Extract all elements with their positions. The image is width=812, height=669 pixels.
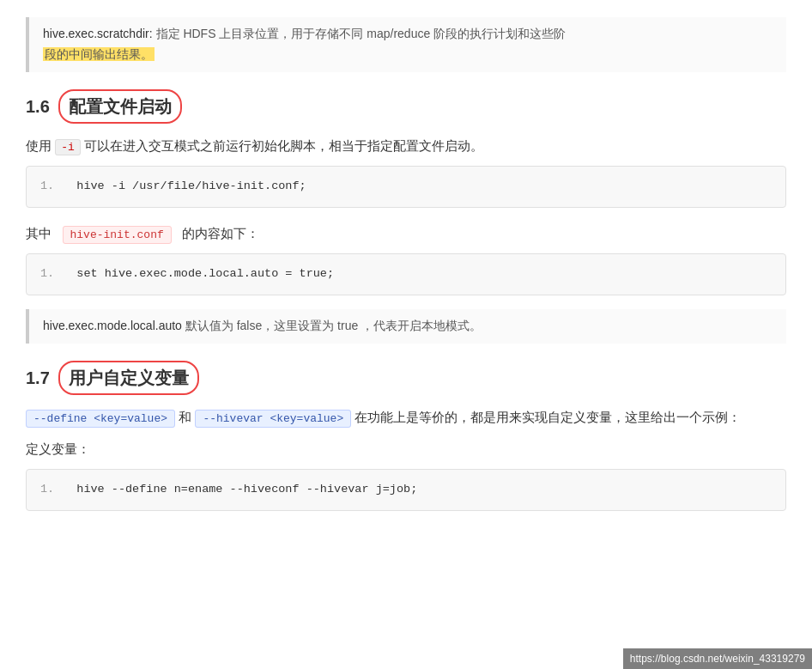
para-16: 使用 -i 可以在进入交互模式之前运行初始化脚本，相当于指定配置文件启动。 [26, 134, 786, 157]
top-note-code: hive.exec.scratchdir: [43, 27, 153, 40]
hive-init-conf-code: hive-init.conf [63, 226, 172, 244]
code-block-16b: 1. set hive.exec.mode.local.auto = true; [26, 253, 786, 295]
define-var-text: 定义变量： [26, 441, 90, 456]
heading-16-number: 1.6 [26, 92, 50, 121]
define-code: --define <key=value> [26, 410, 175, 428]
code-line-num: 1. [40, 179, 54, 192]
code-16a-content: hive -i /usr/file/hive-init.conf; [76, 179, 306, 192]
para-17: --define <key=value> 和 --hivevar <key=va… [26, 405, 786, 429]
note-16-text: 默认值为 false，这里设置为 true ，代表开启本地模式。 [185, 319, 482, 332]
code-block-16a: 1. hive -i /usr/file/hive-init.conf; [26, 166, 786, 208]
para-16b-suffix: 的内容如下： [182, 226, 259, 240]
flag-i-code: -i [55, 139, 81, 155]
heading-16-title: 配置文件启动 [58, 89, 182, 124]
para-define-var: 定义变量： [26, 437, 786, 460]
para-16-suffix: 可以在进入交互模式之前运行初始化脚本，相当于指定配置文件启动。 [84, 138, 483, 153]
note-16-code: hive.exec.mode.local.auto [43, 319, 182, 332]
page-container: hive.exec.scratchdir: 指定 HDFS 上目录位置，用于存储… [0, 0, 812, 550]
para-16-prefix: 使用 [26, 138, 52, 153]
section-16-heading: 1.6 配置文件启动 [26, 89, 786, 124]
top-note-block: hive.exec.scratchdir: 指定 HDFS 上目录位置，用于存储… [26, 17, 786, 72]
para-16b: 其中 hive-init.conf 的内容如下： [26, 222, 786, 245]
code-block-17: 1. hive --define n=ename --hiveconf --hi… [26, 469, 786, 511]
code-17-content: hive --define n=ename --hiveconf --hivev… [76, 483, 417, 496]
heading-17-title: 用户自定义变量 [58, 361, 199, 395]
hivevar-code: --hivevar <key=value> [195, 410, 351, 428]
para-16b-prefix: 其中 [26, 226, 52, 240]
top-note-text: 指定 HDFS 上目录位置，用于存储不同 map/reduce 阶段的执行计划和… [156, 27, 567, 40]
note-16-block: hive.exec.mode.local.auto 默认值为 false，这里设… [26, 309, 786, 344]
top-note-highlight: 段的中间输出结果。 [43, 47, 155, 61]
heading-17-number: 1.7 [26, 363, 50, 392]
section-17-heading: 1.7 用户自定义变量 [26, 361, 786, 395]
code-16b-content: set hive.exec.mode.local.auto = true; [76, 267, 334, 280]
code-line-num-2: 1. [40, 267, 54, 280]
para-17-suffix: 在功能上是等价的，都是用来实现自定义变量，这里给出一个示例： [354, 410, 741, 424]
code-line-num-3: 1. [40, 483, 54, 496]
para-17-middle: 和 [179, 410, 195, 424]
